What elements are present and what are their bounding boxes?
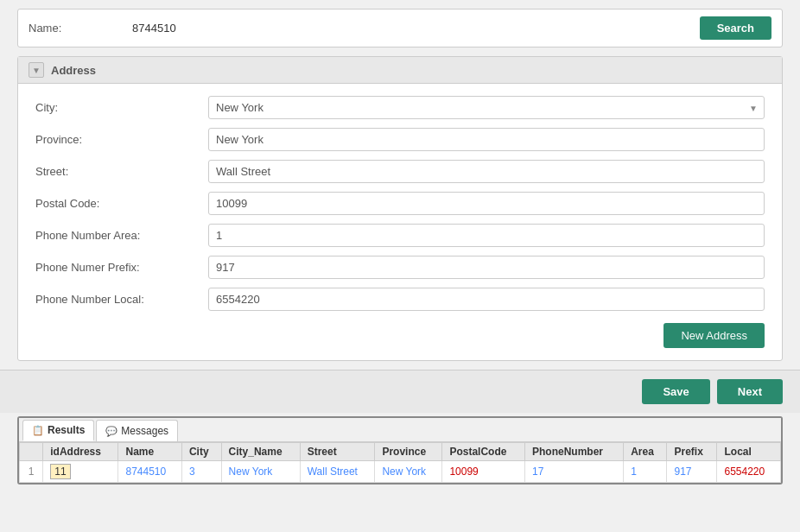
collapse-button[interactable]: ▼ [29,62,44,78]
address-header: ▼ Address [18,57,782,84]
phone-local-label: Phone Number Local: [35,293,208,306]
col-prefix: Prefix [667,443,717,461]
results-table: idAddress Name City City_Name Street Pro… [19,442,781,483]
bottom-toolbar: Save Next [0,370,800,413]
results-tabs: 📋 Results 💬 Messages [19,418,781,442]
cell-area: 1 [624,461,667,483]
search-button[interactable]: Search [700,16,771,40]
col-province: Province [375,443,442,461]
col-city: City [181,443,221,461]
col-rownum [20,443,43,461]
phone-local-row: Phone Number Local: [35,288,765,311]
col-local: Local [717,443,781,461]
table-header-row: idAddress Name City City_Name Street Pro… [20,443,781,461]
results-tab-label: Results [48,424,85,436]
chevron-down-icon: ▼ [32,66,41,75]
save-button[interactable]: Save [642,379,709,404]
cell-name: 8744510 [118,461,181,483]
name-label: Name: [29,22,132,35]
main-container: Name: 8744510 Search ▼ Address City: New… [0,0,800,532]
col-street: Street [300,443,375,461]
tab-results[interactable]: 📋 Results [22,420,94,441]
results-tab-icon: 📋 [32,425,44,436]
province-input[interactable] [208,128,765,151]
col-phone-number: PhoneNumber [525,443,624,461]
phone-area-row: Phone Number Area: [35,224,765,247]
address-title: Address [51,64,96,77]
next-button[interactable]: Next [717,379,783,404]
table-row: 1 11 8744510 3 New York Wall Street New … [20,461,781,483]
address-body: City: New York ▼ Province: Street: [18,84,782,360]
phone-prefix-row: Phone Numer Prefix: [35,256,765,279]
new-address-row: New Address [35,323,765,348]
city-row: City: New York ▼ [35,96,765,119]
cell-street: Wall Street [300,461,375,483]
street-row: Street: [35,160,765,183]
phone-area-label: Phone Number Area: [35,229,208,242]
phone-local-input[interactable] [208,288,765,311]
postal-code-label: Postal Code: [35,197,208,210]
cell-phone-number: 17 [525,461,624,483]
phone-area-input[interactable] [208,224,765,247]
cell-idaddress: 11 [43,461,118,483]
cell-postal-code: 10099 [442,461,525,483]
city-select[interactable]: New York [208,96,765,119]
col-name: Name [118,443,181,461]
messages-tab-label: Messages [121,425,168,437]
phone-prefix-label: Phone Numer Prefix: [35,261,208,274]
new-address-button[interactable]: New Address [663,323,765,348]
phone-prefix-input[interactable] [208,256,765,279]
postal-code-input[interactable] [208,192,765,215]
cell-prefix: 917 [667,461,717,483]
city-select-wrapper: New York ▼ [208,96,765,119]
col-city-name: City_Name [221,443,300,461]
tab-messages[interactable]: 💬 Messages [96,420,178,441]
province-row: Province: [35,128,765,151]
postal-code-row: Postal Code: [35,192,765,215]
messages-tab-icon: 💬 [105,426,117,437]
name-value: 8744510 [132,22,700,35]
results-panel: 📋 Results 💬 Messages idAddress Name City… [17,416,783,484]
cell-province: New York [375,461,442,483]
city-label: City: [35,101,208,114]
cell-city-name: New York [221,461,300,483]
col-postal-code: PostalCode [442,443,525,461]
address-card: ▼ Address City: New York ▼ Province: [17,56,783,361]
cell-local: 6554220 [717,461,781,483]
row-number: 1 [20,461,43,483]
col-area: Area [624,443,667,461]
col-idaddress: idAddress [43,443,118,461]
province-label: Province: [35,133,208,146]
street-input[interactable] [208,160,765,183]
name-row: Name: 8744510 Search [17,9,783,48]
street-label: Street: [35,165,208,178]
cell-city: 3 [181,461,221,483]
